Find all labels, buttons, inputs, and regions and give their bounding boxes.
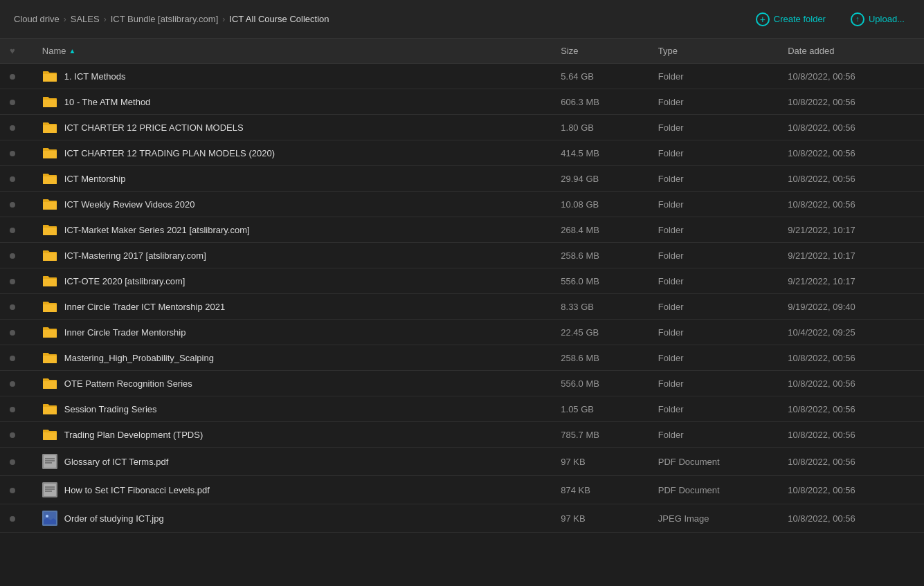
file-name[interactable]: Session Trading Series — [64, 404, 157, 414]
file-name[interactable]: OTE Pattern Recognition Series — [64, 378, 192, 389]
file-name[interactable]: ICT CHARTER 12 TRADING PLAN MODELS (2020… — [64, 148, 275, 158]
file-name[interactable]: ICT CHARTER 12 PRICE ACTION MODELS — [64, 122, 244, 133]
row-size: 258.6 MB — [551, 345, 649, 371]
upload-button[interactable]: ↑ Upload... — [845, 10, 910, 29]
breadcrumb-sep-1: › — [64, 15, 66, 24]
table-row: Inner Circle Trader Mentorship 22.45 GBF… — [0, 320, 924, 345]
row-type: Folder — [649, 192, 778, 217]
file-table: ♥ Name ▲ Size Type Date added — [0, 39, 924, 533]
folder-icon — [42, 326, 57, 338]
row-date: 10/8/2022, 00:56 — [778, 345, 924, 371]
row-dot — [0, 89, 33, 115]
row-size: 606.3 MB — [551, 89, 649, 115]
row-dot — [0, 371, 33, 396]
dot-indicator — [10, 407, 15, 412]
row-name-cell: 1. ICT Methods — [33, 64, 551, 89]
file-name[interactable]: How to Set ICT Fibonacci Levels.pdf — [64, 485, 210, 495]
breadcrumb-sep-3: › — [222, 15, 225, 24]
file-list-container: ♥ Name ▲ Size Type Date added — [0, 39, 924, 533]
name-cell-inner: ICT-Market Maker Series 2021 [atslibrary… — [42, 223, 541, 236]
dot-indicator — [10, 176, 15, 182]
row-dot — [0, 476, 33, 504]
table-row: Trading Plan Development (TPDS) 785.7 MB… — [0, 422, 924, 448]
name-cell-inner: How to Set ICT Fibonacci Levels.pdf — [42, 482, 541, 497]
dot-indicator — [10, 459, 15, 465]
folder-icon — [42, 172, 57, 185]
folder-icon — [42, 403, 57, 415]
row-type: Folder — [649, 166, 778, 192]
dot-indicator — [10, 304, 15, 310]
row-size: 97 KB — [551, 504, 649, 533]
folder-icon — [42, 223, 57, 236]
name-cell-inner: ICT-Mastering 2017 [atslibrary.com] — [42, 249, 541, 262]
table-row: ICT-Market Maker Series 2021 [atslibrary… — [0, 217, 924, 243]
table-row: ICT-OTE 2020 [atslibrary.com] 556.0 MBFo… — [0, 268, 924, 294]
file-name[interactable]: Inner Circle Trader Mentorship — [64, 327, 186, 338]
row-name-cell: ICT Mentorship — [33, 166, 551, 192]
create-folder-button[interactable]: + Create folder — [750, 10, 831, 29]
heart-icon: ♥ — [10, 46, 15, 56]
name-cell-inner: ICT Weekly Review Videos 2020 — [42, 198, 541, 210]
file-name[interactable]: ICT Weekly Review Videos 2020 — [64, 199, 195, 210]
row-type: PDF Document — [649, 476, 778, 504]
file-name[interactable]: ICT-OTE 2020 [atslibrary.com] — [64, 276, 185, 286]
top-actions: + Create folder ↑ Upload... — [750, 10, 910, 29]
file-name[interactable]: ICT-Mastering 2017 [atslibrary.com] — [64, 250, 206, 261]
row-date: 10/8/2022, 00:56 — [778, 115, 924, 140]
breadcrumb-cloud-drive[interactable]: Cloud drive — [14, 14, 60, 24]
dot-indicator — [10, 253, 15, 259]
name-cell-inner: ICT-OTE 2020 [atslibrary.com] — [42, 275, 541, 287]
file-name[interactable]: Glossary of ICT Terms.pdf — [64, 457, 169, 467]
breadcrumb: Cloud drive › SALES › ICT Bundle [atslib… — [14, 14, 329, 24]
dot-indicator — [10, 151, 15, 156]
breadcrumb-current: ICT All Course Collection — [229, 14, 329, 24]
file-name[interactable]: 10 - The ATM Method — [64, 97, 151, 107]
dot-indicator — [10, 228, 15, 233]
row-date: 9/19/2022, 09:40 — [778, 294, 924, 320]
row-name-cell: Inner Circle Trader ICT Mentorship 2021 — [33, 294, 551, 320]
table-row: Session Trading Series 1.05 GBFolder10/8… — [0, 396, 924, 422]
file-name[interactable]: ICT-Market Maker Series 2021 [atslibrary… — [64, 225, 250, 235]
row-name-cell: Glossary of ICT Terms.pdf — [33, 448, 551, 476]
col-header-name[interactable]: Name ▲ — [33, 39, 551, 64]
file-name[interactable]: ICT Mentorship — [64, 174, 126, 184]
table-row: Order of studying ICT.jpg 97 KBJPEG Imag… — [0, 504, 924, 533]
row-dot — [0, 140, 33, 166]
row-size: 5.64 GB — [551, 64, 649, 89]
row-dot — [0, 268, 33, 294]
table-row: How to Set ICT Fibonacci Levels.pdf 874 … — [0, 476, 924, 504]
folder-icon — [42, 249, 57, 262]
table-body: 1. ICT Methods 5.64 GBFolder10/8/2022, 0… — [0, 64, 924, 533]
file-name[interactable]: Order of studying ICT.jpg — [64, 513, 164, 524]
folder-icon — [42, 147, 57, 159]
dot-indicator — [10, 432, 15, 438]
row-size: 874 KB — [551, 476, 649, 504]
breadcrumb-ict-bundle[interactable]: ICT Bundle [atslibrary.com] — [111, 14, 219, 24]
dot-indicator — [10, 516, 15, 522]
row-dot — [0, 345, 33, 371]
name-cell-inner: Order of studying ICT.jpg — [42, 511, 541, 526]
row-dot — [0, 448, 33, 476]
row-dot — [0, 64, 33, 89]
row-date: 10/4/2022, 09:25 — [778, 320, 924, 345]
row-size: 22.45 GB — [551, 320, 649, 345]
file-name[interactable]: Trading Plan Development (TPDS) — [64, 430, 203, 440]
file-name[interactable]: Mastering_High_Probability_Scalping — [64, 353, 214, 363]
dot-indicator — [10, 356, 15, 361]
breadcrumb-sales[interactable]: SALES — [71, 14, 100, 24]
file-name[interactable]: Inner Circle Trader ICT Mentorship 2021 — [64, 302, 225, 312]
row-size: 556.0 MB — [551, 371, 649, 396]
row-type: PDF Document — [649, 448, 778, 476]
table-row: ICT CHARTER 12 TRADING PLAN MODELS (2020… — [0, 140, 924, 166]
row-date: 9/21/2022, 10:17 — [778, 243, 924, 268]
folder-icon — [42, 275, 57, 287]
row-type: Folder — [649, 371, 778, 396]
row-name-cell: How to Set ICT Fibonacci Levels.pdf — [33, 476, 551, 504]
name-cell-inner: Inner Circle Trader Mentorship — [42, 326, 541, 338]
svg-rect-6 — [44, 484, 56, 496]
folder-icon — [42, 95, 57, 108]
file-name[interactable]: 1. ICT Methods — [64, 71, 126, 82]
row-date: 10/8/2022, 00:56 — [778, 422, 924, 448]
name-cell-inner: OTE Pattern Recognition Series — [42, 377, 541, 390]
svg-point-12 — [46, 515, 48, 518]
